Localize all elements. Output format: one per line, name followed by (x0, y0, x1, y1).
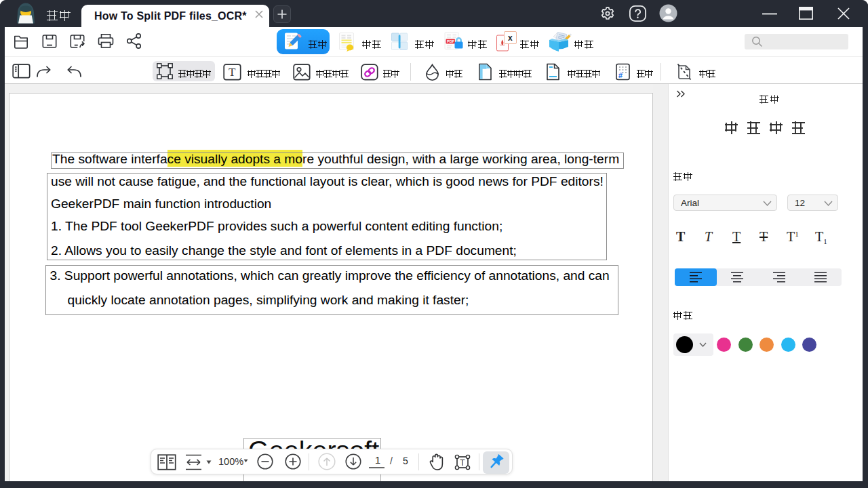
svg-text:x: x (508, 33, 513, 43)
svg-text:#: # (618, 71, 623, 79)
svg-text:T: T (229, 66, 236, 79)
svg-text:T: T (460, 458, 465, 468)
svg-text:PDF: PDF (447, 39, 455, 43)
